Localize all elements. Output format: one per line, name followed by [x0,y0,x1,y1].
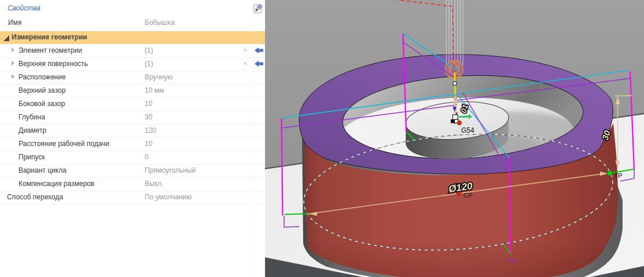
svg-text:ТР: ТР [614,172,623,179]
svg-text:СР: СР [463,192,473,199]
svg-text:G54: G54 [461,126,474,134]
